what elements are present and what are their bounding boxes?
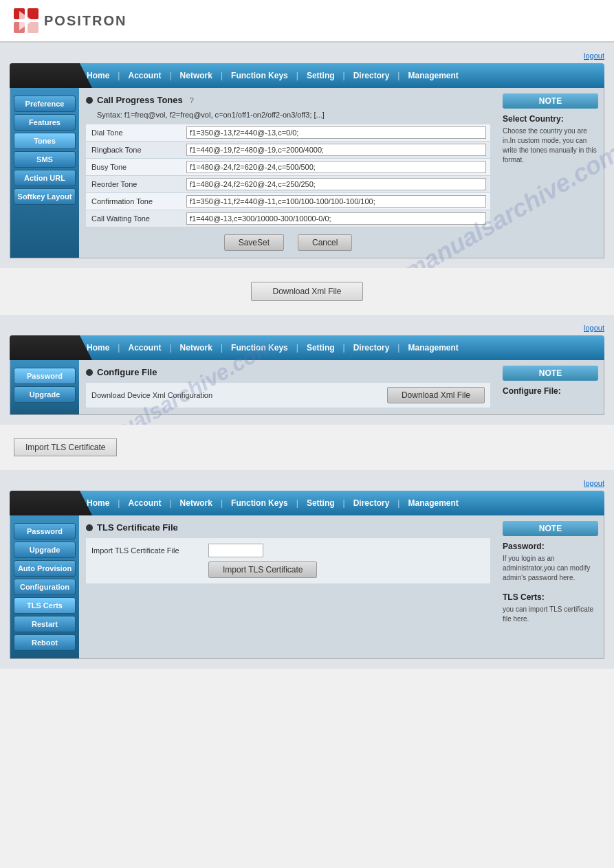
note-header-2: NOTE [503, 366, 598, 381]
tone-label-3: Reorder Tone [86, 176, 182, 193]
nav-setting-2[interactable]: Setting [298, 337, 343, 358]
table-row: Ringback Tone [86, 142, 490, 159]
content-wrapper-2: Password Upgrade Configure File Download… [10, 360, 604, 415]
note-password-text: If you login as an administrator,you can… [503, 554, 598, 583]
sidebar-password-2[interactable]: Password [14, 523, 76, 539]
nav-directory-3[interactable]: Directory [345, 493, 398, 513]
sidebar-softkeylayout[interactable]: Softkey Layout [14, 188, 76, 205]
logout-link-1[interactable]: logout [584, 52, 604, 60]
configure-content: Download Device Xml Configuration Downlo… [86, 383, 490, 408]
tone-label-0: Dial Tone [86, 124, 182, 142]
sidebar-tones[interactable]: Tones [14, 133, 76, 149]
sidebar-preference[interactable]: Preference [14, 96, 76, 112]
import-tls-button-top[interactable]: Import TLS Certificate [14, 438, 117, 456]
tones-table: Dial Tone Ringback Tone Busy Tone Reorde… [86, 124, 490, 227]
section-label-2: Configure File [97, 367, 157, 377]
sidebar-upgrade-2[interactable]: Upgrade [14, 542, 76, 558]
nav-network-2[interactable]: Network [172, 337, 221, 358]
sidebar-password-1[interactable]: Password [14, 368, 76, 384]
tone-label-5: Call Waiting Tone [86, 210, 182, 227]
file-input-row: Import TLS Certificate File [91, 544, 485, 557]
logout-bar-2: logout [10, 320, 604, 335]
nav-management-1[interactable]: Management [399, 65, 466, 86]
main-panel-2: Configure File Download Device Xml Confi… [79, 360, 497, 414]
nav-management-3[interactable]: Management [399, 493, 466, 513]
svg-rect-3 [28, 22, 39, 33]
sidebar-1: Preference Features Tones SMS Action URL… [10, 88, 79, 258]
file-input-box[interactable] [208, 544, 263, 557]
nav-items-1: Home | Account | Network | Function Keys… [78, 65, 467, 86]
tls-form: Import TLS Certificate File Import TLS C… [86, 538, 490, 583]
section-label-1: Call Progress Tones [97, 95, 183, 105]
nav-items-2: Home | Account | Network | Function Keys… [78, 337, 467, 358]
table-row: Dial Tone [86, 124, 490, 142]
nav-home-3[interactable]: Home [78, 493, 118, 513]
tone-input-0[interactable] [186, 126, 486, 139]
section-management2: logout Home | Account | Network | Functi… [0, 470, 614, 669]
nav-network-1[interactable]: Network [172, 65, 221, 86]
section-tones: logout Home | Account | Network | Functi… [0, 43, 614, 268]
tone-label-1: Ringback Tone [86, 142, 182, 159]
positron-logo-icon [14, 8, 39, 33]
note-header-3: NOTE [503, 521, 598, 536]
main-panel-1: Call Progress Tones ? Syntax: f1=freq@vo… [79, 88, 497, 258]
logout-link-3[interactable]: logout [584, 479, 604, 487]
saveset-button[interactable]: SaveSet [224, 234, 284, 251]
nav-home-1[interactable]: Home [78, 65, 118, 86]
sidebar-features[interactable]: Features [14, 114, 76, 131]
nav-functionkeys-2[interactable]: Function Keys [223, 337, 296, 358]
nav-bar-2: Home | Account | Network | Function Keys… [10, 335, 604, 360]
help-icon-1[interactable]: ? [190, 96, 194, 104]
logout-bar-1: logout [10, 48, 604, 63]
sidebar-2: Password Upgrade [10, 360, 79, 414]
sidebar-reboot[interactable]: Reboot [14, 634, 76, 651]
nav-directory-2[interactable]: Directory [345, 337, 398, 358]
svg-rect-1 [28, 8, 39, 19]
syntax-text: Syntax: f1=freq@vol, f2=freq@vol, c=on1/… [97, 111, 490, 119]
nav-account-2[interactable]: Account [120, 337, 169, 358]
import-tls-section: Import TLS Certificate [0, 425, 614, 470]
nav-account-1[interactable]: Account [120, 65, 169, 86]
cancel-button[interactable]: Cancel [298, 234, 352, 251]
tone-label-2: Busy Tone [86, 159, 182, 176]
download-xml-button[interactable]: Download Xml File [251, 282, 362, 301]
note-tls-text: you can import TLS certificate file here… [503, 605, 598, 624]
nav-setting-1[interactable]: Setting [298, 65, 343, 86]
sidebar-restart[interactable]: Restart [14, 616, 76, 632]
tone-input-1[interactable] [186, 144, 486, 156]
content-wrapper-3: Password Upgrade Auto Provision Configur… [10, 515, 604, 659]
nav-home-2[interactable]: Home [78, 337, 118, 358]
section-title-3: TLS Certificate File [86, 522, 490, 533]
section-dot-3 [86, 524, 93, 531]
note-tls-title: TLS Certs: [503, 592, 598, 602]
sidebar-sms[interactable]: SMS [14, 151, 76, 168]
nav-account-3[interactable]: Account [120, 493, 169, 513]
download-section: Download Xml File [0, 268, 614, 315]
sidebar-upgrade-1[interactable]: Upgrade [14, 386, 76, 403]
sidebar-autoprovision[interactable]: Auto Provision [14, 560, 76, 577]
section-label-3: TLS Certificate File [97, 522, 178, 533]
nav-management-2[interactable]: Management [399, 337, 466, 358]
nav-bar-3: Home | Account | Network | Function Keys… [10, 491, 604, 515]
nav-functionkeys-3[interactable]: Function Keys [223, 493, 296, 513]
tone-label-4: Confirmation Tone [86, 193, 182, 210]
nav-functionkeys-1[interactable]: Function Keys [223, 65, 296, 86]
table-row: Busy Tone [86, 159, 490, 176]
tone-input-3[interactable] [186, 178, 486, 190]
tone-input-4[interactable] [186, 195, 486, 208]
nav-setting-3[interactable]: Setting [298, 493, 343, 513]
download-xml-btn-2[interactable]: Download Xml File [387, 387, 485, 403]
logout-link-2[interactable]: logout [584, 324, 604, 332]
section-management1: logout Home | Account | Network | Functi… [0, 315, 614, 425]
nav-network-3[interactable]: Network [172, 493, 221, 513]
sidebar-tlscerts[interactable]: TLS Certs [14, 597, 76, 614]
nav-bar-1: Home | Account | Network | Function Keys… [10, 63, 604, 88]
sidebar-configuration[interactable]: Configuration [14, 579, 76, 595]
tone-input-5[interactable] [186, 212, 486, 225]
section-dot-2 [86, 369, 93, 376]
sidebar-actionurl[interactable]: Action URL [14, 170, 76, 186]
nav-directory-1[interactable]: Directory [345, 65, 398, 86]
note-panel-3: NOTE Password: If you login as an admini… [497, 515, 604, 658]
tone-input-2[interactable] [186, 161, 486, 173]
import-tls-button[interactable]: Import TLS Certificate [208, 561, 317, 578]
